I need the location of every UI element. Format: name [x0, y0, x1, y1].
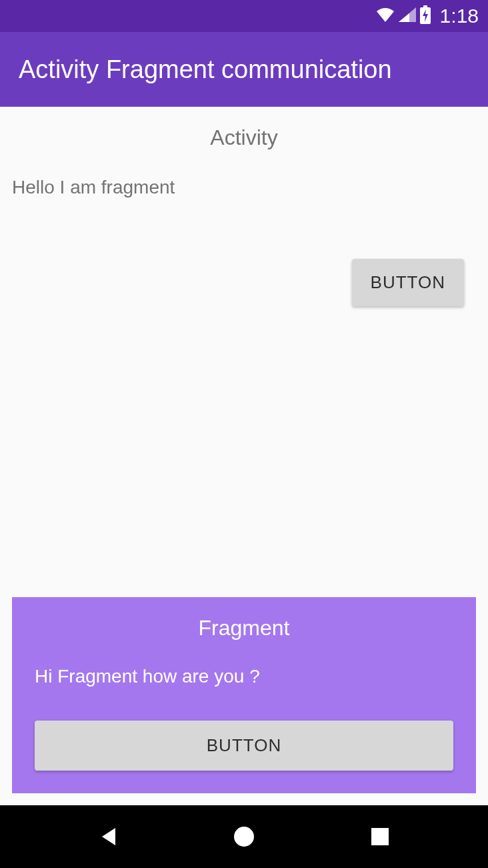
- fragment-title: Fragment: [35, 616, 453, 640]
- activity-section: Activity Hello I am fragment BUTTON: [0, 107, 488, 597]
- fragment-message: Hi Fragment how are you ?: [35, 666, 453, 687]
- svg-rect-1: [423, 5, 427, 8]
- app-title: Activity Fragment communication: [19, 55, 392, 84]
- activity-title: Activity: [12, 125, 476, 150]
- status-bar: 1:18: [0, 0, 488, 32]
- fragment-button[interactable]: BUTTON: [35, 721, 453, 771]
- svg-point-2: [234, 827, 254, 847]
- back-button[interactable]: [95, 823, 121, 850]
- cellular-icon: [397, 6, 417, 26]
- battery-icon: [419, 5, 432, 27]
- activity-button[interactable]: BUTTON: [352, 259, 464, 306]
- wifi-icon: [375, 6, 396, 26]
- fragment-section: Fragment Hi Fragment how are you ? BUTTO…: [12, 597, 476, 793]
- content-area: Activity Hello I am fragment BUTTON Frag…: [0, 107, 488, 805]
- home-button[interactable]: [231, 823, 257, 850]
- recents-button[interactable]: [367, 823, 393, 850]
- status-time: 1:18: [440, 5, 479, 27]
- status-icons: [375, 5, 432, 27]
- activity-message: Hello I am fragment: [12, 177, 476, 198]
- svg-rect-3: [371, 828, 389, 845]
- app-bar: Activity Fragment communication: [0, 32, 488, 107]
- navigation-bar: [0, 805, 488, 868]
